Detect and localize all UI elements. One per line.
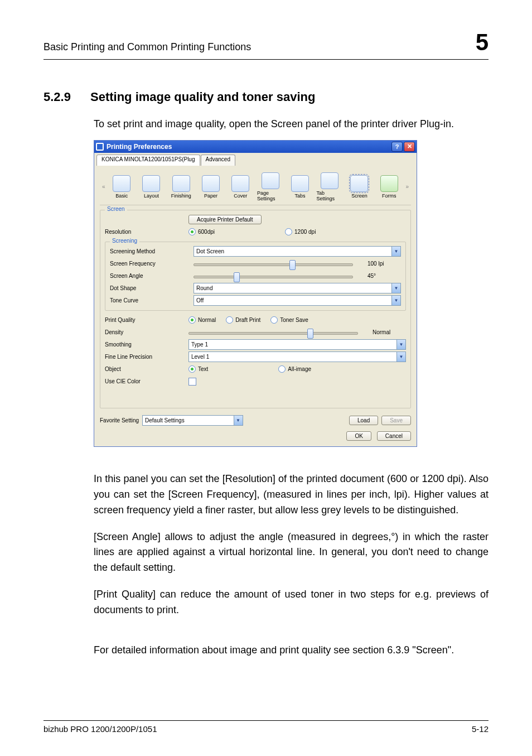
close-button[interactable]: ✕ [404,142,415,152]
radio-label: Text [198,366,208,372]
window-title: Printing Preferences [107,143,172,151]
chevron-down-icon: ▼ [391,296,400,305]
tool-tabs-icon[interactable] [291,175,309,192]
chevron-down-icon: ▼ [391,283,400,293]
radio-600dpi-label: 600dpi [198,229,215,235]
acquire-default-button[interactable]: Acquire Printer Default [188,215,262,224]
load-button[interactable]: Load [349,416,378,425]
dropdown-fine-line[interactable]: Level 1▼ [188,351,406,362]
footer-right: 5-12 [472,724,489,734]
dropdown-value: Dot Screen [194,248,391,254]
tab-driver[interactable]: KONICA MINOLTA1200/1051PS(Plug [96,155,200,166]
label-tone-curve: Tone Curve [110,297,194,304]
radio-600dpi[interactable]: 600dpi [188,228,215,235]
section-title: Setting image quality and toner saving [90,90,315,104]
tool-tab-settings-label: Tab Settings [317,190,343,201]
slider-screen-angle[interactable] [194,272,353,281]
tool-basic-icon[interactable] [113,175,130,192]
value-screen-angle: 45° [363,273,401,279]
dropdown-screening-method[interactable]: Dot Screen▼ [194,246,401,257]
scroll-right-icon[interactable]: » [405,184,409,190]
scroll-left-icon[interactable]: « [102,184,105,190]
value-density: Normal [368,329,406,335]
slider-density[interactable] [188,328,358,337]
tool-layout-label: Layout [144,193,159,199]
chevron-down-icon: ▼ [234,416,243,425]
value-screen-frequency: 100 lpi [363,261,401,267]
radio-object-all[interactable]: All-image [278,365,311,373]
app-icon [96,143,104,151]
label-screen-frequency: Screen Frequency [110,261,194,267]
radio-1200dpi[interactable]: 1200 dpi [285,228,316,235]
paragraph-2: [Screen Angle] allows to adjust the angl… [94,529,489,576]
dropdown-value: Level 1 [189,354,396,360]
slider-screen-frequency[interactable] [194,259,353,268]
label-object: Object [105,366,188,372]
titlebar: Printing Preferences ? ✕ [94,141,417,153]
ok-button[interactable]: OK [346,431,371,441]
checkbox-cie-color[interactable] [188,378,196,386]
paragraph-1: In this panel you can set the [Resolutio… [94,471,489,518]
radio-pq-draft[interactable]: Draft Print [226,316,260,324]
label-favorite-setting: Favorite Setting [100,417,139,423]
tool-layout-icon[interactable] [142,175,160,192]
radio-pq-toner[interactable]: Toner Save [270,316,308,324]
tool-finishing-icon[interactable] [172,175,190,192]
chevron-down-icon: ▼ [396,352,405,362]
group-screening-title: Screening [110,238,139,244]
tool-paper-icon[interactable] [202,175,220,192]
tool-tab-settings-icon[interactable] [321,172,338,189]
chevron-down-icon: ▼ [391,247,400,256]
save-button[interactable]: Save [381,416,411,425]
chapter-number: 5 [476,29,489,56]
dropdown-tone-curve[interactable]: Off▼ [194,295,401,306]
label-density: Density [105,329,188,335]
section-number: 5.2.9 [43,90,77,104]
tool-screen-label: Screen [351,193,367,199]
printing-preferences-dialog: Printing Preferences ? ✕ KONICA MINOLTA1… [94,140,417,447]
tool-screen-icon[interactable] [350,175,368,192]
radio-label: All-image [288,366,311,372]
dropdown-value: Off [194,297,391,304]
label-cie-color: Use CIE Color [105,378,188,384]
label-print-quality: Print Quality [105,317,188,323]
tab-advanced[interactable]: Advanced [201,155,235,166]
tool-tabs-label: Tabs [294,193,305,199]
radio-label: Draft Print [235,317,260,323]
label-dot-shape: Dot Shape [110,285,194,291]
label-screening-method: Screening Method [110,248,194,254]
tool-forms-label: Forms [382,193,396,199]
label-smoothing: Smoothing [105,341,188,348]
paragraph-3: [Print Quality] can reduce the amount of… [94,587,489,618]
paragraph-intro: To set print and image quality, open the… [94,117,489,132]
group-screen-title: Screen [105,206,127,212]
tool-finishing-label: Finishing [171,193,191,199]
radio-pq-normal[interactable]: Normal [188,316,216,324]
label-fine-line: Fine Line Precision [105,354,188,360]
tool-page-settings-label: Page Settings [257,190,283,201]
paragraph-4: For detailed information about image and… [94,643,489,658]
dropdown-dot-shape[interactable]: Round▼ [194,283,401,293]
cancel-button[interactable]: Cancel [377,431,411,441]
tool-basic-label: Basic [115,193,128,199]
dropdown-smoothing[interactable]: Type 1▼ [188,339,406,350]
tool-cover-label: Cover [234,193,247,199]
tool-cover-icon[interactable] [231,175,249,192]
radio-label: Toner Save [280,317,308,323]
radio-object-text[interactable]: Text [188,365,208,373]
label-resolution: Resolution [105,229,188,235]
dropdown-value: Type 1 [189,341,396,348]
tool-forms-icon[interactable] [380,175,398,192]
tool-paper-label: Paper [204,193,217,199]
help-button[interactable]: ? [391,142,403,152]
dropdown-value: Default Settings [143,417,233,423]
radio-label: Normal [198,317,216,323]
tool-page-settings-icon[interactable] [262,172,279,189]
radio-1200dpi-label: 1200 dpi [294,229,316,235]
chevron-down-icon: ▼ [396,340,405,349]
dropdown-favorite-setting[interactable]: Default Settings▼ [142,415,243,426]
footer-left: bizhub PRO 1200/1200P/1051 [43,724,157,734]
label-screen-angle: Screen Angle [110,273,194,279]
dropdown-value: Round [194,285,391,291]
page-header: Basic Printing and Common Printing Funct… [43,41,251,53]
